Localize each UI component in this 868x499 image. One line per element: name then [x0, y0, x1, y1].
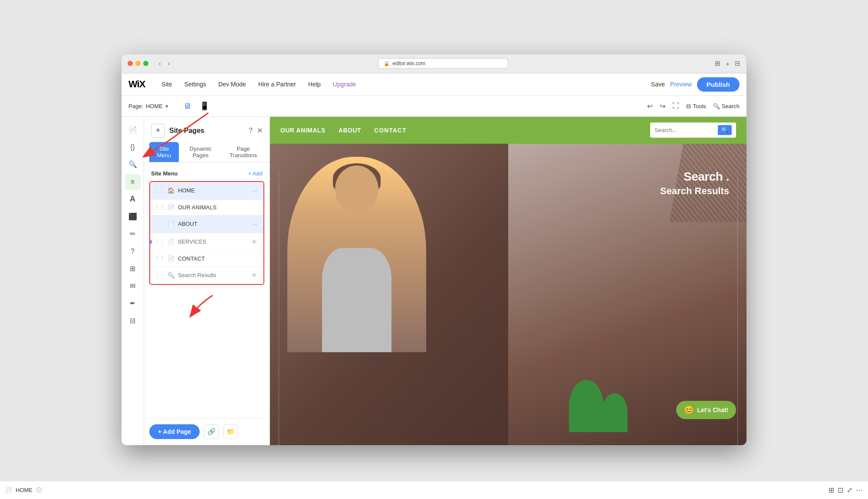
menu-item-our-animals[interactable]: ⋮⋮ 📄 OUR ANIMALS	[150, 200, 263, 215]
nav-help[interactable]: Help	[302, 78, 327, 90]
sidebar-text-button[interactable]: A	[125, 192, 141, 207]
chat-label: Let's Chat!	[697, 406, 728, 413]
drag-handle-icon: ⋮⋮	[155, 221, 165, 227]
fullscreen-button[interactable]	[143, 61, 148, 66]
nav-item-about[interactable]: ABOUT	[339, 127, 361, 134]
menu-item-about-more[interactable]: ···	[250, 220, 259, 228]
tab-site-menu[interactable]: Site Menu	[149, 142, 179, 162]
panel-help-button[interactable]: ?	[249, 126, 253, 135]
sidebar-help-button[interactable]: ?	[125, 244, 141, 259]
menu-item-search-results-label: Search Results	[178, 272, 250, 278]
undo-button[interactable]: ↩	[647, 102, 653, 110]
drag-handle-icon: ⋮⋮	[155, 272, 165, 278]
url-text: editor.wix.com	[392, 60, 425, 66]
sidebar-apps-button[interactable]: ⊞	[125, 261, 141, 277]
menu-item-search-results-visibility[interactable]: 👁	[250, 271, 259, 280]
mobile-view-button[interactable]: 📱	[197, 99, 212, 112]
home-icon: 🏠	[168, 187, 174, 194]
menu-item-home-actions: ···	[250, 186, 259, 195]
back-button[interactable]: ‹	[157, 59, 163, 68]
nav-hire[interactable]: Hire a Partner	[252, 78, 302, 90]
panel-header-icons: ? ✕	[249, 126, 263, 135]
link-button[interactable]: 🔗	[204, 424, 219, 439]
menu-item-home[interactable]: ⋮⋮ 🏠 HOME ···	[150, 182, 263, 200]
chat-button[interactable]: 😊 Let's Chat!	[676, 401, 736, 419]
nav-site[interactable]: Site	[155, 78, 178, 90]
nav-item-our-animals[interactable]: OUR ANIMALS	[280, 127, 326, 134]
search-section-subtitle: Search Results	[660, 185, 729, 197]
search-input[interactable]	[654, 127, 715, 133]
tab-page-transitions[interactable]: Page Transitions	[222, 142, 264, 162]
editor-toolbar: WiX Site Settings Dev Mode Hire a Partne…	[122, 73, 746, 96]
canvas-area: OUR ANIMALS ABOUT CONTACT 🔍	[270, 117, 746, 445]
nav-item-contact[interactable]: CONTACT	[374, 127, 406, 134]
new-tab-button[interactable]: +	[726, 59, 730, 67]
publish-button[interactable]: Publish	[697, 77, 740, 92]
sidebar-pen-button[interactable]: ✏	[125, 226, 141, 242]
hero-person-image	[287, 157, 426, 352]
site-menu-header: Site Menu + Add	[148, 168, 266, 181]
sidebar-email-button[interactable]: ✉	[125, 278, 141, 294]
chevron-down-icon: ▾	[165, 103, 168, 109]
sidebar-pages-button[interactable]: 📄	[125, 122, 141, 138]
nav-upgrade[interactable]: Upgrade	[327, 78, 362, 90]
editor-actions: Save Preview Publish	[651, 77, 740, 92]
person-body	[322, 248, 391, 352]
sidebar-menu-button[interactable]: ≡	[125, 174, 141, 190]
site-menu-add-button[interactable]: + Add	[248, 170, 263, 177]
site-menu-title: Site Menu	[151, 170, 178, 177]
save-button[interactable]: Save	[651, 81, 665, 88]
menu-item-services-actions: 👁	[250, 238, 259, 246]
panel-close-button[interactable]: ✕	[257, 126, 263, 135]
page-icon: 📄	[168, 204, 174, 211]
add-page-button[interactable]: + Add Page	[149, 424, 200, 439]
page-selector[interactable]: Page: HOME ▾	[128, 103, 168, 109]
menu-item-home-more[interactable]: ···	[250, 186, 259, 195]
page-label: Page:	[128, 103, 143, 109]
tab-dynamic-pages[interactable]: Dynamic Pages	[181, 142, 220, 162]
forward-button[interactable]: ›	[166, 59, 172, 68]
nav-devmode[interactable]: Dev Mode	[212, 78, 252, 90]
menu-item-contact[interactable]: ⋮⋮ 📄 CONTACT	[150, 251, 263, 267]
sidebar-toggle[interactable]: ⊟	[735, 59, 740, 67]
person-head	[335, 165, 378, 213]
drag-handle-icon: ⋮⋮	[155, 255, 165, 261]
panel-add-button[interactable]: +	[151, 124, 165, 138]
search-bar[interactable]: 🔍	[650, 122, 736, 138]
menu-item-services[interactable]: ⋮⋮ 📄 SERVICES 👁	[150, 233, 263, 251]
close-button[interactable]	[128, 61, 133, 66]
url-bar[interactable]: 🔒 editor.wix.com	[378, 58, 508, 69]
nav-settings[interactable]: Settings	[178, 78, 212, 90]
menu-item-about[interactable]: ⋮⋮ 📄 ABOUT ···	[150, 215, 263, 233]
redo-button[interactable]: ↪	[660, 102, 665, 110]
view-mode-buttons: 🖥 📱	[181, 99, 212, 112]
menu-item-search-results-actions: 👁	[250, 271, 259, 280]
folder-button[interactable]: 📁	[223, 424, 238, 439]
preview-button[interactable]: Preview	[670, 81, 692, 88]
minimize-button[interactable]	[135, 61, 141, 66]
tools-button[interactable]: ⊟ Tools	[686, 103, 706, 109]
page-name: HOME	[146, 103, 163, 109]
desktop-view-button[interactable]: 🖥	[181, 99, 194, 112]
menu-item-services-visibility[interactable]: 👁	[250, 238, 259, 246]
chat-icon: 😊	[684, 405, 694, 415]
fit-to-screen-button[interactable]: ⛶	[672, 102, 679, 110]
sidebar-search-button[interactable]: 🔍	[125, 157, 141, 172]
page-icon: 📄	[168, 221, 174, 227]
sidebar-blog-button[interactable]: ✒	[125, 296, 141, 311]
traffic-lights	[128, 61, 148, 66]
search-submit-button[interactable]: 🔍	[718, 125, 732, 135]
title-bar-actions: ⊞ + ⊟	[715, 59, 740, 67]
toolbar-right: ↩ ↪ ⛶ ⊟ Tools 🔍 Search	[647, 102, 740, 110]
left-sidebar: 📄 {} 🔍 ≡ A ⬛ ✏ ? ⊞ ✉ ✒ ⊟	[122, 117, 144, 445]
sidebar-code-button[interactable]: {}	[125, 139, 141, 155]
menu-item-about-actions: ···	[250, 220, 259, 228]
menu-item-search-results[interactable]: ⋮⋮ 🔍 Search Results 👁	[150, 267, 263, 284]
sidebar-table-button[interactable]: ⊟	[125, 313, 141, 329]
share-button[interactable]: ⊞	[715, 59, 720, 67]
search-button[interactable]: 🔍 Search	[713, 103, 740, 109]
sidebar-media-button[interactable]: ⬛	[125, 209, 141, 225]
blue-dot	[149, 240, 152, 244]
secondary-toolbar: Page: HOME ▾ 🖥 📱 ↩ ↪ ⛶ ⊟ Tools 🔍 Search	[122, 96, 746, 117]
main-content: 📄 {} 🔍 ≡ A ⬛ ✏ ? ⊞ ✉ ✒ ⊟ + Site Pages ? …	[122, 117, 746, 445]
